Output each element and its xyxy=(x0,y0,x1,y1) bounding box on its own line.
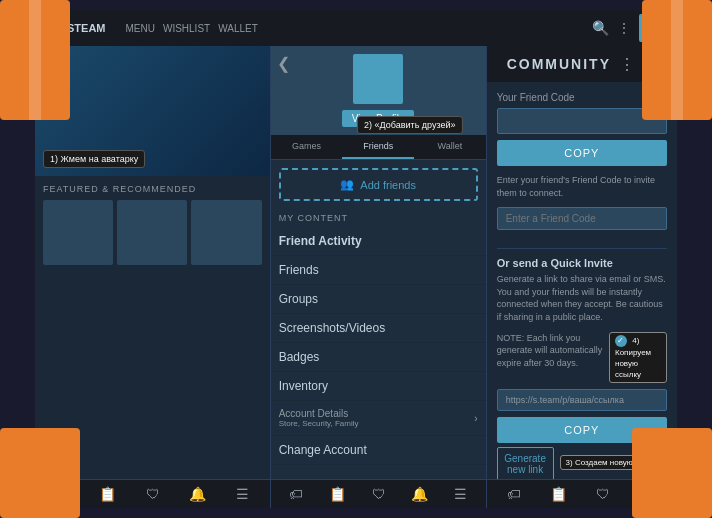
center-top: ❮ View Profile 2) «Добавить друзей» xyxy=(271,46,486,135)
center-tabs: Games Friends Wallet xyxy=(271,135,486,160)
menu-friends[interactable]: Friends xyxy=(271,256,486,285)
gift-decoration-left xyxy=(0,0,70,120)
center-bottom-nav: 🏷 📋 🛡 🔔 ☰ xyxy=(271,479,486,508)
note-text: NOTE: Each link you generate will automa… xyxy=(497,332,606,370)
link-url-display: https://s.team/p/ваша/ссылка xyxy=(497,389,667,411)
nav-menu[interactable]: MENU xyxy=(126,23,155,34)
menu-change-account[interactable]: Change Account xyxy=(271,436,486,465)
tab-wallet[interactable]: Wallet xyxy=(414,135,486,159)
steam-header: STEAM MENU WISHLIST WALLET 🔍 ⋮ xyxy=(35,10,677,46)
gift-decoration-bottom-right xyxy=(632,428,712,518)
quick-invite-desc: Generate a link to share via email or SM… xyxy=(497,273,667,323)
menu-account-details[interactable]: Account Details Store, Security, Family … xyxy=(271,401,486,436)
menu-badges[interactable]: Badges xyxy=(271,343,486,372)
add-friends-button[interactable]: 👥 Add friends xyxy=(279,168,478,201)
center-panel: ❮ View Profile 2) «Добавить друзей» Game… xyxy=(271,46,487,508)
invite-text: Enter your friend's Friend Code to invit… xyxy=(497,174,667,199)
search-icon[interactable]: 🔍 xyxy=(592,20,609,36)
center-nav-bell[interactable]: 🔔 xyxy=(411,486,428,502)
generate-link-button[interactable]: Generate new link xyxy=(497,447,554,479)
community-title: COMMUNITY xyxy=(507,56,611,72)
add-friends-label: Add friends xyxy=(360,179,416,191)
center-nav-shield[interactable]: 🛡 xyxy=(372,486,386,502)
right-content: Your Friend Code COPY Enter your friend'… xyxy=(487,82,677,479)
tab-friends[interactable]: Friends xyxy=(342,135,414,159)
copy-friend-code-button[interactable]: COPY xyxy=(497,140,667,166)
profile-avatar[interactable] xyxy=(353,54,403,104)
tooltip-step-2: 2) «Добавить друзей» xyxy=(357,116,463,134)
divider-1 xyxy=(497,248,667,249)
content-area: 1) Жмем на аватарку FEATURED & RECOMMEND… xyxy=(35,46,677,508)
center-nav-list[interactable]: 📋 xyxy=(329,486,346,502)
featured-section: FEATURED & RECOMMENDED xyxy=(35,176,270,273)
enter-friend-code-input[interactable] xyxy=(497,207,667,230)
nav-wishlist[interactable]: WISHLIST xyxy=(163,23,210,34)
menu-friend-activity[interactable]: Friend Activity xyxy=(271,227,486,256)
nav-icon-list[interactable]: 📋 xyxy=(99,486,116,502)
featured-item-3[interactable] xyxy=(191,200,261,265)
featured-item-1[interactable] xyxy=(43,200,113,265)
featured-items xyxy=(43,200,262,265)
steam-nav: MENU WISHLIST WALLET xyxy=(126,23,258,34)
right-nav-list[interactable]: 📋 xyxy=(550,486,567,502)
tooltip-step-4: ✓ 4) Копируем новую ссылку xyxy=(609,332,667,384)
hero-banner: 1) Жмем на аватарку xyxy=(35,46,270,176)
center-nav-menu[interactable]: ☰ xyxy=(454,486,467,502)
nav-icon-shield[interactable]: 🛡 xyxy=(146,486,160,502)
menu-screenshots[interactable]: Screenshots/Videos xyxy=(271,314,486,343)
menu-inventory[interactable]: Inventory xyxy=(271,372,486,401)
gift-decoration-right xyxy=(642,0,712,120)
featured-item-2[interactable] xyxy=(117,200,187,265)
more-options-icon[interactable]: ⋮ xyxy=(617,20,631,36)
tooltip-step-1: 1) Жмем на аватарку xyxy=(43,150,145,168)
right-nav-tag[interactable]: 🏷 xyxy=(507,486,521,502)
back-arrow-icon[interactable]: ❮ xyxy=(277,54,290,73)
account-details-sub: Store, Security, Family xyxy=(279,419,359,428)
chevron-right-icon: › xyxy=(474,413,477,424)
featured-label: FEATURED & RECOMMENDED xyxy=(43,184,262,194)
menu-groups[interactable]: Groups xyxy=(271,285,486,314)
nav-wallet[interactable]: WALLET xyxy=(218,23,258,34)
my-content-label: MY CONTENT xyxy=(271,209,486,227)
check-icon: ✓ xyxy=(615,335,627,347)
nav-icon-menu[interactable]: ☰ xyxy=(236,486,249,502)
add-friends-icon: 👥 xyxy=(340,178,354,191)
nav-icon-bell[interactable]: 🔔 xyxy=(189,486,206,502)
main-window: STEAM MENU WISHLIST WALLET 🔍 ⋮ 1) Жмем н… xyxy=(35,10,677,508)
account-details-label: Account Details xyxy=(279,408,359,419)
quick-invite-title: Or send a Quick Invite xyxy=(497,257,667,269)
right-nav-shield[interactable]: 🛡 xyxy=(596,486,610,502)
gift-decoration-bottom-left xyxy=(0,428,80,518)
tab-games[interactable]: Games xyxy=(271,135,343,159)
community-more-icon[interactable]: ⋮ xyxy=(619,55,635,74)
steam-logo-text: STEAM xyxy=(67,22,106,34)
center-nav-tag[interactable]: 🏷 xyxy=(289,486,303,502)
